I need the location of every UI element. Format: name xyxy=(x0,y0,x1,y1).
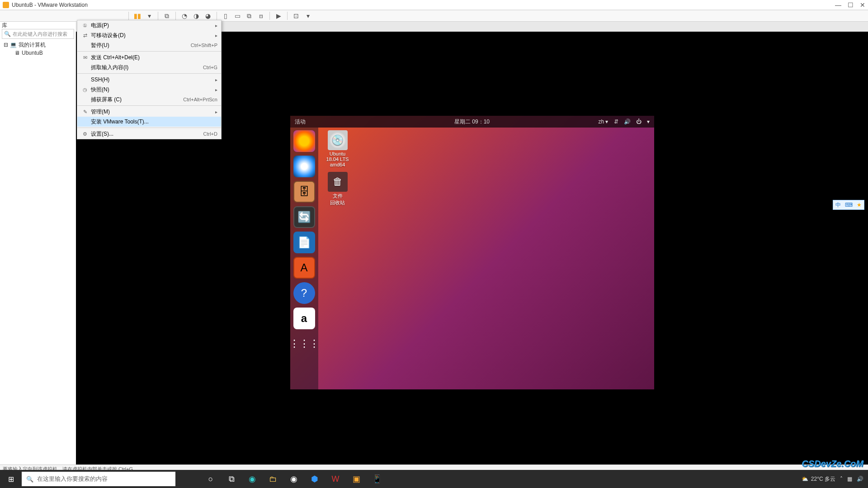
computer-icon: 💻 xyxy=(10,42,17,48)
writer-icon[interactable]: 📄 xyxy=(293,232,315,253)
menu-manage[interactable]: ✎管理(M)▸ xyxy=(77,107,221,117)
send-icon: ✉ xyxy=(81,55,89,61)
edge-icon[interactable]: ◉ xyxy=(242,470,262,488)
trash-icon: 🗑 xyxy=(328,172,348,192)
menu-send-cad[interactable]: ✉发送 Ctrl+Alt+Del(E) xyxy=(77,52,221,62)
layout-icon-1[interactable]: ▯ xyxy=(221,11,231,20)
tray-expand-icon[interactable]: ˄ xyxy=(840,476,843,482)
snapshot-revert-icon[interactable]: ◑ xyxy=(191,11,201,20)
collapse-icon: ⊟ xyxy=(4,42,8,48)
menu-pause[interactable]: 暂停(U)Ctrl+Shift+P xyxy=(77,40,221,50)
library-label: 库 xyxy=(2,22,7,29)
tree-root[interactable]: ⊟ 💻 我的计算机 xyxy=(4,41,46,49)
ubuntu-dock: 🗄 🔄 📄 A ? a ⋮⋮⋮ xyxy=(290,128,318,389)
power-icon[interactable]: ⏻ xyxy=(636,118,642,125)
windows-search[interactable]: 🔍 在这里输入你要搜索的内容 xyxy=(22,472,175,486)
task-view-icon[interactable]: ⧉ xyxy=(222,470,241,488)
unity-icon[interactable]: ⊡ xyxy=(291,11,301,20)
desktop-icon-dvd[interactable]: 💿 Ubuntu 18.04 LTS amd64 xyxy=(322,130,354,167)
tree-vm-item[interactable]: 🖥 UbuntuB xyxy=(4,49,46,57)
ime-cn: 中 xyxy=(835,201,841,209)
ubuntu-desktop[interactable]: 活动 星期二 09：10 zh ▾ ⇵ 🔊 ⏻ ▾ 🗄 🔄 📄 A ? a xyxy=(290,116,654,389)
removable-icon: ⇄ xyxy=(81,33,89,38)
weather-widget[interactable]: ⛅ 22°C 多云 xyxy=(802,475,835,483)
amazon-icon[interactable]: a xyxy=(293,308,315,329)
fullscreen-icon[interactable]: ▶ xyxy=(274,11,283,20)
dvd-label: Ubuntu 18.04 LTS amd64 xyxy=(322,151,354,167)
help-icon[interactable]: ? xyxy=(293,282,315,304)
ubuntu-lang[interactable]: zh ▾ xyxy=(598,118,608,125)
tree-vm-label: UbuntuB xyxy=(22,50,43,56)
start-button[interactable]: ⊞ xyxy=(0,470,22,488)
menu-separator xyxy=(77,105,221,106)
tree-root-label: 我的计算机 xyxy=(19,41,46,49)
menu-power[interactable]: ①电源(P)▸ xyxy=(77,20,221,30)
vmware-app-icon xyxy=(3,2,9,8)
menu-capture[interactable]: 捕获屏幕 (C)Ctrl+Alt+PrtScn xyxy=(77,95,221,104)
system-tray: ⛅ 22°C 多云 ˄ ▦ 🔊 xyxy=(802,475,868,483)
ime-star-icon: ★ xyxy=(857,202,862,208)
ubuntu-datetime[interactable]: 星期二 09：10 xyxy=(454,118,490,126)
menu-separator xyxy=(77,128,221,128)
library-tree: ⊟ 💻 我的计算机 🖥 UbuntuB xyxy=(4,41,46,57)
edit-icon: ✎ xyxy=(81,109,89,115)
activities-button[interactable]: 活动 xyxy=(295,118,306,126)
rhythmbox-icon[interactable]: 🔄 xyxy=(293,206,315,228)
desktop-icon-trash[interactable]: 🗑 文件 回收站 xyxy=(322,172,354,206)
menu-separator xyxy=(77,51,221,52)
layout-icon-4[interactable]: ⧈ xyxy=(256,11,266,20)
app-icon-2[interactable]: W xyxy=(326,470,345,488)
menu-settings[interactable]: ⚙设置(S)...Ctrl+D xyxy=(77,129,221,139)
layout-icon-3[interactable]: ⧉ xyxy=(244,11,254,20)
search-placeholder: 在这里输入你要搜索的内容 xyxy=(37,475,108,483)
weather-icon: ⛅ xyxy=(802,476,808,482)
vm-icon: 🖥 xyxy=(14,50,20,56)
power-circle-icon: ① xyxy=(81,23,89,28)
menu-ssh[interactable]: SSH(H)▸ xyxy=(77,75,221,85)
ime-widget[interactable]: 中 ⌨ ★ xyxy=(833,200,864,210)
firefox-icon[interactable] xyxy=(293,130,315,152)
vmware-taskbar-icon[interactable]: ▣ xyxy=(346,470,366,488)
dropdown-toggle-icon[interactable]: ▾ xyxy=(144,11,154,20)
search-icon: 🔍 xyxy=(4,31,11,37)
minimize-button[interactable]: — xyxy=(835,1,841,9)
snapshot-icon[interactable]: ◔ xyxy=(179,11,189,20)
menu-grab-input[interactable]: 抓取输入内容(I)Ctrl+G xyxy=(77,62,221,72)
library-search[interactable]: 🔍 在此处键入内容进行搜索 xyxy=(2,29,74,39)
menu-removable[interactable]: ⇄可移动设备(D)▸ xyxy=(77,30,221,40)
vm-menu-dropdown: ①电源(P)▸ ⇄可移动设备(D)▸ 暂停(U)Ctrl+Shift+P ✉发送… xyxy=(77,20,222,139)
explorer-icon[interactable]: 🗀 xyxy=(263,470,283,488)
app-icon-1[interactable]: ⬢ xyxy=(305,470,325,488)
ubuntu-desktop-icons: 💿 Ubuntu 18.04 LTS amd64 🗑 文件 回收站 xyxy=(322,130,354,206)
ime-keyboard-icon: ⌨ xyxy=(845,202,853,208)
close-button[interactable]: ✕ xyxy=(860,1,865,9)
maximize-button[interactable]: ☐ xyxy=(848,1,854,9)
menu-snapshot[interactable]: ◷快照(N)▸ xyxy=(77,85,221,95)
snapshot-clock-icon: ◷ xyxy=(81,87,89,93)
windows-taskbar: ⊞ 🔍 在这里输入你要搜索的内容 ○ ⧉ ◉ 🗀 ◉ ⬢ W ▣ 📱 ⛅ 22°… xyxy=(0,470,868,488)
volume-icon[interactable]: 🔊 xyxy=(624,118,631,125)
taskbar-icons: ○ ⧉ ◉ 🗀 ◉ ⬢ W ▣ 📱 xyxy=(201,470,387,488)
weather-text: 22°C 多云 xyxy=(811,475,835,483)
search-mascot xyxy=(175,470,198,488)
show-apps-icon[interactable]: ⋮⋮⋮ xyxy=(293,333,315,355)
app-icon-3[interactable]: 📱 xyxy=(367,470,387,488)
trash-label: 文件 回收站 xyxy=(322,193,354,206)
menu-install-tools[interactable]: 安装 VMware Tools(T)... xyxy=(77,117,221,127)
network-icon[interactable]: ⇵ xyxy=(614,118,618,125)
dropdown-icon[interactable]: ▾ xyxy=(303,11,313,20)
menu-arrow-icon[interactable]: ▾ xyxy=(647,118,650,125)
send-cad-icon[interactable]: ⧉ xyxy=(162,11,172,20)
snapshot-manage-icon[interactable]: ◕ xyxy=(203,11,213,20)
chrome-icon[interactable]: ◉ xyxy=(284,470,304,488)
search-icon: 🔍 xyxy=(26,476,33,483)
layout-icon-2[interactable]: ▭ xyxy=(232,11,242,20)
tray-volume-icon[interactable]: 🔊 xyxy=(857,476,863,482)
ubuntu-topbar: 活动 星期二 09：10 zh ▾ ⇵ 🔊 ⏻ ▾ xyxy=(290,116,654,128)
software-icon[interactable]: A xyxy=(293,257,315,279)
thunderbird-icon[interactable] xyxy=(293,156,315,177)
files-icon[interactable]: 🗄 xyxy=(293,181,315,203)
cortana-icon[interactable]: ○ xyxy=(201,470,221,488)
pause-icon[interactable]: ▮▮ xyxy=(132,11,142,20)
tray-ime-icon[interactable]: ▦ xyxy=(847,476,852,482)
